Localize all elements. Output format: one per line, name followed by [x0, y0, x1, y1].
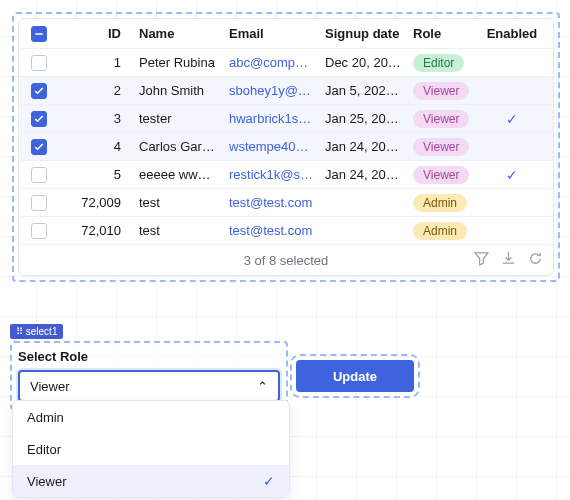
header-signup[interactable]: Signup date: [319, 26, 407, 41]
header-id[interactable]: ID: [59, 26, 133, 41]
cell-enabled: ✓: [479, 111, 545, 127]
filter-icon[interactable]: [474, 251, 489, 269]
row-checkbox[interactable]: [31, 55, 47, 71]
role-badge: Viewer: [413, 110, 469, 128]
cell-role: Viewer: [407, 138, 479, 156]
checkmark-icon: ✓: [263, 473, 275, 489]
header-role[interactable]: Role: [407, 26, 479, 41]
cell-id: 3: [59, 111, 133, 126]
header-name[interactable]: Name: [133, 26, 223, 41]
cell-id: 5: [59, 167, 133, 182]
selection-status: 3 of 8 selected: [244, 253, 329, 268]
table-footer: 3 of 8 selected: [19, 245, 553, 275]
cell-email: wstempe40…: [223, 139, 319, 154]
cell-role: Viewer: [407, 82, 479, 100]
checkmark-icon: ✓: [506, 111, 518, 127]
dropdown-option[interactable]: Viewer✓: [13, 465, 289, 497]
table-header-row: ID Name Email Signup date Role Enabled: [19, 19, 553, 49]
users-table-container: ID Name Email Signup date Role Enabled 1…: [12, 12, 560, 282]
cell-email: abc@compa…: [223, 55, 319, 70]
cell-name: Peter Rubina: [133, 55, 223, 70]
cell-signup: Jan 25, 202…: [319, 111, 407, 126]
cell-id: 72,010: [59, 223, 133, 238]
header-email[interactable]: Email: [223, 26, 319, 41]
cell-name: Carlos Garcia: [133, 139, 223, 154]
cell-id: 1: [59, 55, 133, 70]
cell-id: 72,009: [59, 195, 133, 210]
row-checkbox[interactable]: [31, 83, 47, 99]
checkmark-icon: ✓: [506, 167, 518, 183]
cell-id: 4: [59, 139, 133, 154]
select-current-value: Viewer: [30, 379, 70, 394]
widget-tag[interactable]: ⠿ select1: [10, 324, 63, 339]
table-row[interactable]: 72,010testtest@test.comAdmin: [19, 217, 553, 245]
cell-name: test: [133, 195, 223, 210]
dropdown-option[interactable]: Admin: [13, 401, 289, 433]
svg-rect-0: [35, 33, 43, 35]
users-table: ID Name Email Signup date Role Enabled 1…: [18, 18, 554, 276]
cell-name: John Smith: [133, 83, 223, 98]
role-badge: Viewer: [413, 166, 469, 184]
role-select-input[interactable]: Viewer ⌃: [18, 370, 280, 402]
role-select-widget: ⠿ select1 Select Role Viewer ⌃: [10, 323, 288, 410]
cell-id: 2: [59, 83, 133, 98]
select-role-label: Select Role: [18, 349, 280, 364]
role-badge: Admin: [413, 194, 467, 212]
cell-email: restick1k@s…: [223, 167, 319, 182]
chevron-up-icon: ⌃: [257, 379, 268, 394]
cell-name: tester: [133, 111, 223, 126]
cell-signup: Jan 24, 202…: [319, 167, 407, 182]
cell-email: test@test.com: [223, 223, 319, 238]
cell-email: sbohey1y@t…: [223, 83, 319, 98]
row-checkbox[interactable]: [31, 111, 47, 127]
dropdown-option-label: Viewer: [27, 474, 67, 489]
role-badge: Viewer: [413, 138, 469, 156]
cell-email: test@test.com: [223, 195, 319, 210]
cell-role: Viewer: [407, 110, 479, 128]
cell-signup: Dec 20, 20…: [319, 55, 407, 70]
table-row[interactable]: 4Carlos Garciawstempe40…Jan 24, 202…View…: [19, 133, 553, 161]
row-checkbox[interactable]: [31, 139, 47, 155]
role-badge: Editor: [413, 54, 464, 72]
role-badge: Admin: [413, 222, 467, 240]
role-dropdown: AdminEditorViewer✓: [12, 400, 290, 498]
row-checkbox[interactable]: [31, 167, 47, 183]
cell-role: Admin: [407, 194, 479, 212]
header-enabled[interactable]: Enabled: [479, 26, 545, 41]
cell-name: eeeee www…: [133, 167, 223, 182]
cell-role: Admin: [407, 222, 479, 240]
row-checkbox[interactable]: [31, 195, 47, 211]
table-row[interactable]: 5eeeee www…restick1k@s…Jan 24, 202…Viewe…: [19, 161, 553, 189]
role-badge: Viewer: [413, 82, 469, 100]
cell-signup: Jan 24, 202…: [319, 139, 407, 154]
row-checkbox[interactable]: [31, 223, 47, 239]
refresh-icon[interactable]: [528, 251, 543, 269]
table-row[interactable]: 2John Smithsbohey1y@t…Jan 5, 2023 …Viewe…: [19, 77, 553, 105]
cell-email: hwarbrick1s…: [223, 111, 319, 126]
table-row[interactable]: 72,009testtest@test.comAdmin: [19, 189, 553, 217]
dropdown-option-label: Editor: [27, 442, 61, 457]
table-row[interactable]: 3testerhwarbrick1s…Jan 25, 202…Viewer✓: [19, 105, 553, 133]
dropdown-option[interactable]: Editor: [13, 433, 289, 465]
cell-name: test: [133, 223, 223, 238]
cell-role: Editor: [407, 54, 479, 72]
table-row[interactable]: 1Peter Rubinaabc@compa…Dec 20, 20…Editor: [19, 49, 553, 77]
select-all-checkbox[interactable]: [31, 26, 47, 42]
cell-enabled: ✓: [479, 167, 545, 183]
cell-role: Viewer: [407, 166, 479, 184]
update-button[interactable]: Update: [296, 360, 414, 392]
cell-signup: Jan 5, 2023 …: [319, 83, 407, 98]
download-icon[interactable]: [501, 251, 516, 269]
dropdown-option-label: Admin: [27, 410, 64, 425]
